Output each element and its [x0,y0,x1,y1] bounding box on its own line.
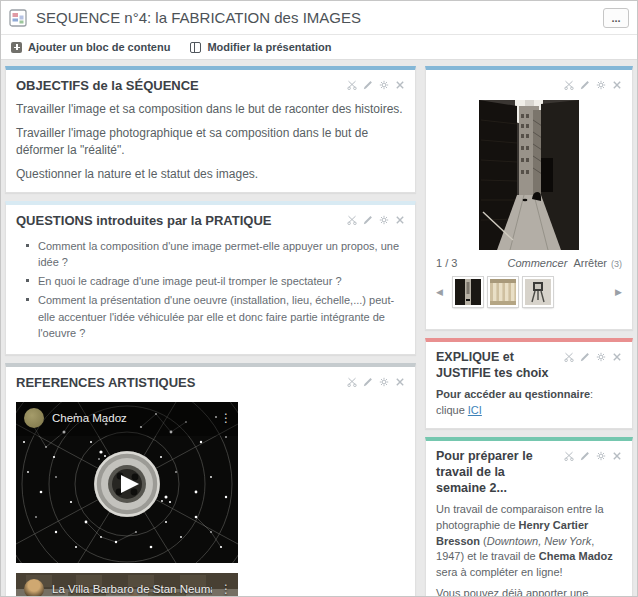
video-title[interactable]: La Villa Barbaro de Stan Neumann - Extr.… [52,583,212,595]
block-references: REFERENCES ARTISTIQUES [5,363,416,597]
stop-slideshow-button[interactable]: Arrêter [573,257,607,269]
video-header: Chema Madoz ⋮ [24,408,232,428]
channel-avatar[interactable] [24,408,44,428]
settings-icon[interactable] [596,451,606,461]
thumbnail-easel[interactable] [523,277,553,307]
cut-icon[interactable] [564,451,574,461]
text-link[interactable]: ICI [468,404,482,416]
cut-icon[interactable] [347,215,357,225]
thumbnail-alley[interactable] [453,277,483,307]
edit-icon[interactable] [580,80,590,90]
preparer-text-1: Un travail de comparaison entre la photo… [436,502,622,580]
edit-icon[interactable] [363,80,373,90]
settings-icon[interactable] [379,377,389,387]
thumbnail-architecture[interactable] [488,277,518,307]
block-actions [564,352,622,362]
page-title: SEQUENCE n°4: la FABRICATION des IMAGES [36,9,603,26]
more-options-button[interactable]: ... [603,8,629,28]
settings-icon[interactable] [596,352,606,362]
block-slideshow: 1 / 3 Commencer Arrêter (3) ◀ [425,66,633,330]
start-slideshow-button[interactable]: Commencer [507,257,567,269]
block-questions: QUESTIONS introduites par la PRATIQUE Co… [5,201,416,355]
video-header: La Villa Barbaro de Stan Neumann - Extr.… [24,579,232,597]
slide-count-badge: (3) [611,259,622,269]
block-actions [564,80,622,90]
prev-arrow-icon[interactable]: ◀ [436,287,443,297]
kebab-menu-icon[interactable]: ⋮ [220,582,232,596]
objectif-text: Travailler l'image et sa composition dan… [16,101,405,118]
close-icon[interactable] [612,80,622,90]
edit-layout-button[interactable]: Modifier la présentation [190,41,331,53]
settings-icon[interactable] [596,80,606,90]
slideshow-photo[interactable] [479,100,579,250]
settings-icon[interactable] [379,80,389,90]
question-item: En quoi le cadrage d'une image peut-il t… [38,273,405,289]
settings-icon[interactable] [379,215,389,225]
close-icon[interactable] [612,451,622,461]
question-list: Comment la composition d'une image perme… [16,238,405,342]
channel-avatar[interactable] [24,579,44,597]
left-column: OBJECTIFS de la SÉQUENCE Travailler l'im… [5,66,416,597]
title-bar: SEQUENCE n°4: la FABRICATION des IMAGES … [1,1,637,35]
block-title: REFERENCES ARTISTIQUES [16,375,339,391]
layout-icon [190,42,201,53]
close-icon[interactable] [612,352,622,362]
objectif-text: Questionner la nature et le statut des i… [16,166,405,183]
cut-icon[interactable] [347,377,357,387]
cut-icon[interactable] [347,80,357,90]
question-item: Comment la composition d'une image perme… [38,238,405,271]
preparer-text-2: Vous pouvez déjà apporter une regard par… [436,586,622,597]
right-column: 1 / 3 Commencer Arrêter (3) ◀ [425,66,633,597]
cut-icon[interactable] [564,80,574,90]
objectif-text: Travailler l'image photographique et sa … [16,125,405,159]
next-arrow-icon[interactable]: ▶ [615,287,622,297]
question-item: Comment la présentation d'une oeuvre (in… [38,292,405,341]
close-icon[interactable] [395,377,405,387]
block-actions [347,80,405,90]
block-actions [564,451,622,461]
video-embed-villa-barbaro[interactable]: La Villa Barbaro de Stan Neumann - Extr.… [16,573,238,597]
block-title: OBJECTIFS de la SÉQUENCE [16,78,339,94]
block-title: EXPLIQUE et JUSTIFIE tes choix [436,350,556,381]
slide-counter: 1 / 3 [436,257,507,269]
block-title: Pour préparer le travail de la semaine 2… [436,449,556,496]
close-icon[interactable] [395,80,405,90]
explique-text: Pour accéder au qestionnaire: clique ICI [436,387,622,418]
slideshow-controls: 1 / 3 Commencer Arrêter (3) [436,257,622,269]
add-icon [11,42,22,53]
block-objectifs: OBJECTIFS de la SÉQUENCE Travailler l'im… [5,66,416,193]
block-preparer: Pour préparer le travail de la semaine 2… [425,437,633,597]
edit-icon[interactable] [580,451,590,461]
page: SEQUENCE n°4: la FABRICATION des IMAGES … [0,0,638,597]
block-actions [347,215,405,225]
block-title: QUESTIONS introduites par la PRATIQUE [16,213,339,229]
edit-icon[interactable] [580,352,590,362]
block-explique: EXPLIQUE et JUSTIFIE tes choix Pour accé… [425,338,633,429]
thumbnail-strip [453,277,615,307]
content-area: OBJECTIFS de la SÉQUENCE Travailler l'im… [1,60,637,597]
kebab-menu-icon[interactable]: ⋮ [220,411,232,425]
block-actions [347,377,405,387]
add-block-button[interactable]: Ajouter un bloc de contenu [11,41,170,53]
thumbnail-carousel: ◀ [436,277,622,307]
edit-icon[interactable] [363,377,373,387]
toolbar: Ajouter un bloc de contenu Modifier la p… [1,35,637,60]
cut-icon[interactable] [564,352,574,362]
edit-icon[interactable] [363,215,373,225]
page-layout-icon [9,9,27,27]
video-embed-chema-madoz[interactable]: Chema Madoz ⋮ [16,402,238,563]
close-icon[interactable] [395,215,405,225]
video-title[interactable]: Chema Madoz [52,412,212,424]
